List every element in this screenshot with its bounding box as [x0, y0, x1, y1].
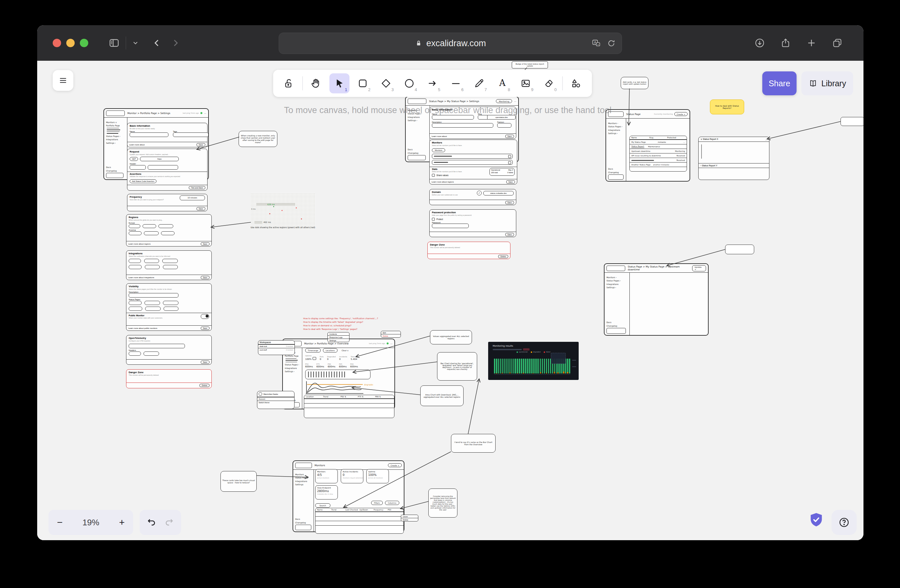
empty-box-b[interactable] [725, 244, 754, 254]
sidebar-item[interactable]: Settings › [408, 119, 428, 121]
library-button[interactable]: Library [801, 71, 853, 95]
excalidraw-canvas[interactable]: Monitor > Portfolio Page > Settings last… [37, 61, 863, 540]
card-danger-zone[interactable]: Danger Zone This monitor will be permane… [126, 369, 212, 388]
context-menu-edit[interactable]: EditDelete [381, 331, 401, 337]
reload-icon[interactable] [607, 39, 616, 48]
sidebar-item[interactable]: Integrations [285, 367, 300, 369]
sidebar-item[interactable]: Settings › [285, 370, 300, 373]
sidebar-item[interactable]: Settings › [608, 132, 624, 135]
card-integrations[interactable]: Integrations Select the notification cha… [126, 251, 212, 280]
sidebar-item[interactable]: Monitors ∨ [106, 121, 126, 124]
draw-tool[interactable]: 7 [469, 73, 489, 93]
forward-button[interactable] [171, 38, 180, 48]
sidebar-item[interactable]: Settings › [607, 286, 628, 288]
sidebar-item[interactable]: Integrations [408, 116, 428, 118]
table-row[interactable]: API issue resulting to downtimeResolved [630, 153, 687, 158]
note-percentiles[interactable]: Consider removing the percentiles here f… [428, 489, 458, 518]
minimize-window-button[interactable] [66, 39, 74, 47]
new-tab-icon[interactable] [806, 37, 817, 48]
sidebar-item[interactable]: Changelog [607, 325, 627, 327]
main-menu-button[interactable] [53, 70, 73, 91]
sidebar-item[interactable]: Changelog [408, 152, 428, 154]
sidebar-item[interactable]: Settings [295, 483, 312, 486]
card-sp-danger[interactable]: Danger Zone This monitor will be permane… [427, 241, 511, 259]
sidebar-item[interactable]: Docs [295, 518, 312, 520]
translate-icon[interactable]: Ax [591, 39, 601, 48]
menu-item[interactable]: Response Logs [328, 335, 349, 339]
menu-item[interactable]: Incidents [328, 333, 349, 335]
sketch-window-upstream-downtime[interactable]: Status Page > My Status Page > Upstream … [604, 263, 709, 336]
menu-item[interactable]: Delete [401, 518, 418, 521]
sidebar-item[interactable]: Integrations [295, 480, 312, 482]
encryption-shield-icon[interactable] [809, 512, 824, 530]
share-button[interactable]: Share [762, 71, 796, 95]
tab-overview-icon[interactable] [832, 37, 843, 48]
sidebar-item[interactable]: Status Pages › [106, 135, 126, 137]
row-context-menu[interactable]: CloneDelete [401, 515, 418, 521]
card-opentelemetry[interactable]: OpenTelemetry Configure your OTel export… [126, 335, 212, 365]
sidebar-item[interactable]: Docs [608, 168, 624, 170]
sidebar-item[interactable]: Integrations [607, 283, 628, 285]
workspace-item[interactable]: drab-lock3 monitors [258, 344, 295, 348]
sticky-note-badge[interactable]: Badge of the latest status report update [512, 61, 548, 68]
back-button[interactable] [152, 38, 161, 48]
note-bar-chart[interactable]: Bar Chart sharing the 'operational', 'de… [437, 352, 477, 381]
line-tool[interactable]: 6 [446, 73, 466, 93]
card-visibility[interactable]: Visibility Select the status pages you'd… [126, 283, 212, 331]
card-sp-domain[interactable]: DomainDefine your own subdomain to use ✓… [429, 189, 516, 205]
sticky-note-add-cards[interactable]: Add cards, e.g. last status report with … [621, 77, 649, 89]
menu-item[interactable]: Delete [381, 334, 400, 337]
share-page-icon[interactable] [780, 37, 791, 48]
lock-tool[interactable] [279, 73, 299, 93]
sidebar-item[interactable]: Monitors › [408, 109, 428, 111]
zoom-out-button[interactable]: − [48, 517, 71, 528]
sticky-note-status-reports[interactable]: How to deal with Status Reports? [710, 99, 744, 115]
sidebar-item[interactable]: Portfolio Page [106, 124, 126, 127]
note-values[interactable]: Values aggregated over ALL selected regi… [430, 330, 472, 344]
note-same-bar[interactable]: I tend to say it's same as the Bar Chart… [451, 434, 496, 453]
sidebar-item[interactable]: Portfolio Page [285, 355, 300, 357]
card-sp-monitors[interactable]: Monitors Select all the monitors you'd l… [429, 139, 517, 184]
sidebar-item[interactable]: Docs [607, 321, 627, 323]
sidebar-item[interactable]: Changelog [106, 170, 125, 172]
diamond-tool[interactable]: 3 [376, 73, 396, 93]
address-bar[interactable]: excalidraw.com Ax [279, 32, 622, 54]
menu-item[interactable]: Account [257, 397, 294, 401]
tab-group-chevron-icon[interactable] [132, 39, 139, 46]
sidebar-item[interactable]: Docs [408, 148, 428, 150]
card-sp-basic[interactable]: Basic Information Name Slug .openstatus.… [429, 107, 516, 139]
sidebar-item[interactable]: Monitors [295, 473, 312, 475]
selection-tool[interactable]: 1 [329, 73, 349, 93]
redo-button[interactable] [164, 517, 174, 528]
undo-button[interactable] [146, 517, 157, 528]
context-menu-pages[interactable]: IncidentsResponse LogsSettings [327, 332, 349, 342]
workspaces-dropdown[interactable]: Workspaces drab-lock3 monitorscool-stuff… [258, 340, 295, 355]
sticky-note-new-monitor[interactable]: When creating a new monitor, only show t… [239, 131, 277, 147]
zoom-in-button[interactable]: + [110, 517, 133, 528]
zoom-window-button[interactable] [80, 39, 88, 47]
image-tool[interactable]: 9 [516, 73, 536, 93]
help-button[interactable] [832, 510, 857, 535]
text-tool[interactable]: A8 [492, 73, 512, 93]
sidebar-item[interactable]: Docs [106, 166, 125, 168]
hand-tool[interactable] [306, 73, 326, 93]
sidebar-item[interactable]: Status Pages › [607, 280, 628, 282]
sidebar-item[interactable]: Monitors › [607, 276, 628, 279]
rectangle-tool[interactable]: 2 [353, 73, 373, 93]
sidebar-item[interactable]: Status Pages › [408, 113, 428, 115]
sidebar-item[interactable]: Monitors › [608, 122, 624, 124]
sidebar-item[interactable]: Status Pages › [285, 364, 300, 366]
sidebar-item[interactable]: Status Pages › [608, 125, 624, 128]
card-sp-password[interactable]: Password protection Hide your page from … [429, 209, 516, 237]
card-request[interactable]: Request Update your request. Add custom … [127, 149, 208, 190]
workspace-item[interactable]: cool-stuff2 monitors [258, 348, 295, 351]
sidebar-item[interactable]: Status Pages [295, 477, 312, 479]
sidebar-toggle-icon[interactable] [108, 37, 120, 49]
note-cards-space[interactable]: These cards take too much visual space -… [220, 471, 257, 492]
monitoring-results-chart-image[interactable]: Monitoring results operationaldegradedfa… [488, 342, 579, 380]
sidebar-item[interactable]: Settings › [106, 142, 126, 144]
menu-item[interactable]: Clone [401, 515, 418, 518]
world-map-image[interactable]: 628 ms 0 ms 402 ms Use dots showing the … [251, 193, 315, 229]
sidebar-item[interactable]: Changelog [608, 171, 624, 173]
empty-box-a[interactable] [841, 117, 863, 126]
